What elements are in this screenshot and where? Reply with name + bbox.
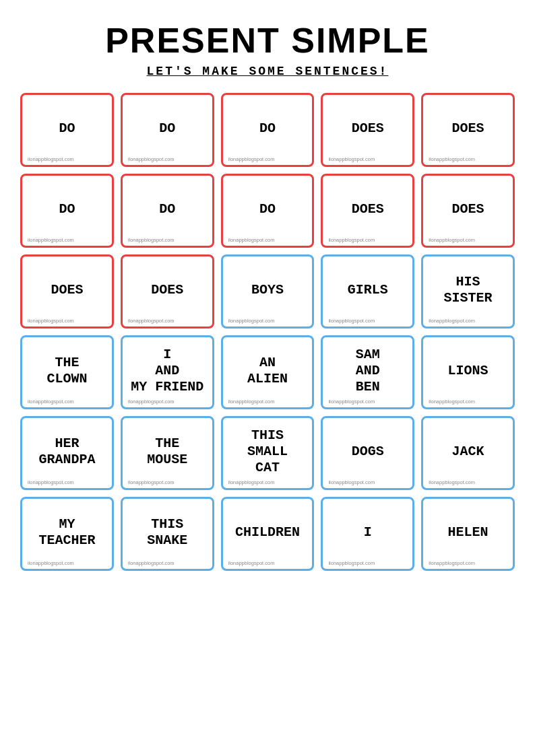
card-watermark-3-1: ilonappblogspot.com <box>128 397 207 405</box>
page-subtitle: LET'S MAKE SOME SENTENCES! <box>20 65 515 78</box>
card-watermark-1-1: ilonappblogspot.com <box>128 236 207 243</box>
card-2-1: DOESilonappblogspot.com <box>121 254 214 329</box>
card-watermark-0-3: ilonappblogspot.com <box>328 155 407 162</box>
card-text-5-3: I <box>328 506 407 559</box>
card-3-1: I AND MY FRIENDilonappblogspot.com <box>121 335 214 409</box>
card-5-3: Iilonappblogspot.com <box>321 497 414 571</box>
card-text-1-1: DO <box>128 182 207 236</box>
card-text-5-0: MY TEACHER <box>28 506 106 559</box>
card-5-1: THIS SNAKEilonappblogspot.com <box>121 497 214 571</box>
card-watermark-2-2: ilonappblogspot.com <box>228 316 307 324</box>
card-watermark-3-3: ilonappblogspot.com <box>328 397 407 405</box>
card-5-4: HELENilonappblogspot.com <box>421 497 515 571</box>
card-text-1-0: DO <box>28 182 106 236</box>
card-text-4-2: THIS SMALL CAT <box>228 425 307 478</box>
card-watermark-0-1: ilonappblogspot.com <box>128 155 207 162</box>
card-4-2: THIS SMALL CATilonappblogspot.com <box>221 416 315 490</box>
card-5-2: CHILDRENilonappblogspot.com <box>221 497 315 571</box>
card-5-0: MY TEACHERilonappblogspot.com <box>20 497 114 571</box>
card-4-0: HER GRANDPAilonappblogspot.com <box>20 416 114 490</box>
card-0-0: DOilonappblogspot.com <box>20 93 114 167</box>
card-watermark-5-0: ilonappblogspot.com <box>28 559 106 566</box>
card-grid: DOilonappblogspot.comDOilonappblogspot.c… <box>20 93 515 571</box>
card-3-3: SAM AND BENilonappblogspot.com <box>321 335 414 409</box>
card-2-0: DOESilonappblogspot.com <box>20 254 114 329</box>
card-2-4: HIS SISTERilonappblogspot.com <box>421 254 515 329</box>
card-watermark-5-2: ilonappblogspot.com <box>228 559 307 566</box>
card-watermark-0-2: ilonappblogspot.com <box>228 155 307 162</box>
card-3-0: THE CLOWNilonappblogspot.com <box>20 335 114 409</box>
card-text-0-2: DO <box>228 102 307 155</box>
card-text-2-2: BOYS <box>228 263 307 316</box>
card-watermark-4-2: ilonappblogspot.com <box>228 478 307 485</box>
card-0-3: DOESilonappblogspot.com <box>321 93 414 167</box>
card-text-2-4: HIS SISTER <box>429 263 507 316</box>
card-text-0-3: DOES <box>328 102 407 155</box>
card-1-2: DOilonappblogspot.com <box>221 174 315 248</box>
card-watermark-1-4: ilonappblogspot.com <box>429 236 507 243</box>
card-row-5: MY TEACHERilonappblogspot.comTHIS SNAKEi… <box>20 497 515 571</box>
card-text-5-2: CHILDREN <box>228 506 307 559</box>
card-row-4: HER GRANDPAilonappblogspot.comTHE MOUSEi… <box>20 416 515 490</box>
card-0-1: DOilonappblogspot.com <box>121 93 214 167</box>
card-text-4-1: THE MOUSE <box>128 425 207 478</box>
card-1-0: DOilonappblogspot.com <box>20 174 114 248</box>
card-watermark-4-3: ilonappblogspot.com <box>328 478 407 485</box>
card-text-1-3: DOES <box>328 182 407 236</box>
card-text-4-3: DOGS <box>328 425 407 478</box>
page-title: PRESENT SIMPLE <box>20 20 515 61</box>
card-watermark-4-4: ilonappblogspot.com <box>429 478 507 485</box>
card-text-3-1: I AND MY FRIEND <box>128 344 207 397</box>
card-watermark-2-4: ilonappblogspot.com <box>429 316 507 324</box>
card-watermark-2-3: ilonappblogspot.com <box>328 316 407 324</box>
card-watermark-3-2: ilonappblogspot.com <box>228 397 307 405</box>
card-text-5-4: HELEN <box>429 506 507 559</box>
card-text-0-4: DOES <box>429 102 507 155</box>
card-text-4-4: JACK <box>429 425 507 478</box>
card-4-1: THE MOUSEilonappblogspot.com <box>121 416 214 490</box>
card-text-0-0: DO <box>28 102 106 155</box>
card-1-4: DOESilonappblogspot.com <box>421 174 515 248</box>
card-row-0: DOilonappblogspot.comDOilonappblogspot.c… <box>20 93 515 167</box>
card-3-4: LIONSilonappblogspot.com <box>421 335 515 409</box>
card-2-2: BOYSilonappblogspot.com <box>221 254 315 329</box>
card-watermark-5-3: ilonappblogspot.com <box>328 559 407 566</box>
card-text-0-1: DO <box>128 102 207 155</box>
card-1-1: DOilonappblogspot.com <box>121 174 214 248</box>
card-watermark-5-4: ilonappblogspot.com <box>429 559 507 566</box>
card-watermark-5-1: ilonappblogspot.com <box>128 559 207 566</box>
card-text-3-2: AN ALIEN <box>228 344 307 397</box>
card-watermark-2-1: ilonappblogspot.com <box>128 316 207 324</box>
card-watermark-1-2: ilonappblogspot.com <box>228 236 307 243</box>
card-text-2-1: DOES <box>128 263 207 316</box>
card-row-3: THE CLOWNilonappblogspot.comI AND MY FRI… <box>20 335 515 409</box>
card-watermark-3-0: ilonappblogspot.com <box>28 397 106 405</box>
card-0-4: DOESilonappblogspot.com <box>421 93 515 167</box>
card-0-2: DOilonappblogspot.com <box>221 93 315 167</box>
card-row-1: DOilonappblogspot.comDOilonappblogspot.c… <box>20 174 515 248</box>
card-text-2-3: GIRLS <box>328 263 407 316</box>
card-watermark-0-4: ilonappblogspot.com <box>429 155 507 162</box>
card-text-1-4: DOES <box>429 182 507 236</box>
card-text-3-0: THE CLOWN <box>28 344 106 397</box>
card-watermark-1-3: ilonappblogspot.com <box>328 236 407 243</box>
card-4-4: JACKilonappblogspot.com <box>421 416 515 490</box>
card-watermark-4-0: ilonappblogspot.com <box>28 478 106 485</box>
card-1-3: DOESilonappblogspot.com <box>321 174 414 248</box>
card-text-2-0: DOES <box>28 263 106 316</box>
card-text-4-0: HER GRANDPA <box>28 425 106 478</box>
card-text-3-3: SAM AND BEN <box>328 344 407 397</box>
card-text-3-4: LIONS <box>429 344 507 397</box>
card-2-3: GIRLSilonappblogspot.com <box>321 254 414 329</box>
card-4-3: DOGSilonappblogspot.com <box>321 416 414 490</box>
card-watermark-0-0: ilonappblogspot.com <box>28 155 106 162</box>
card-text-5-1: THIS SNAKE <box>128 506 207 559</box>
card-text-1-2: DO <box>228 182 307 236</box>
card-watermark-2-0: ilonappblogspot.com <box>28 316 106 324</box>
card-row-2: DOESilonappblogspot.comDOESilonappblogsp… <box>20 254 515 329</box>
card-watermark-4-1: ilonappblogspot.com <box>128 478 207 485</box>
card-3-2: AN ALIENilonappblogspot.com <box>221 335 315 409</box>
card-watermark-3-4: ilonappblogspot.com <box>429 397 507 405</box>
card-watermark-1-0: ilonappblogspot.com <box>28 236 106 243</box>
